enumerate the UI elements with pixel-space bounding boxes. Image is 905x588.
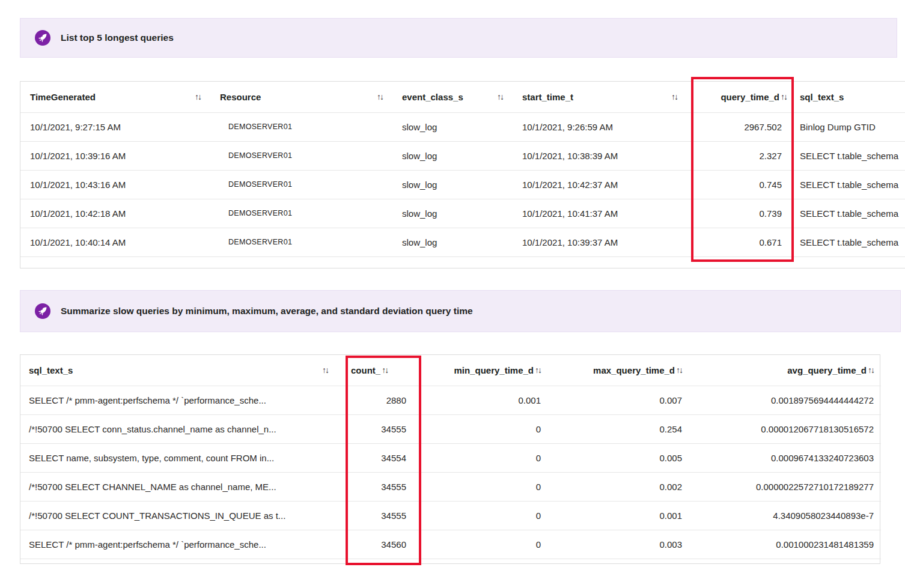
column-header-sql-text[interactable]: sql_text_s↑↓	[20, 355, 346, 386]
column-label: max_query_time_d	[593, 365, 675, 375]
cell-count: 34560	[346, 530, 421, 559]
table-header-row: sql_text_s↑↓ count_↑↓ min_query_time_d↑↓…	[20, 355, 881, 386]
cell-resource: DEMOSERVER01	[210, 199, 392, 228]
cell-min-query-time: 0	[421, 472, 544, 501]
cell-count: 34555	[346, 472, 421, 501]
cell-start-time: 10/1/2021, 10:39:37 AM	[513, 228, 687, 256]
sort-icon[interactable]: ↑↓	[779, 92, 787, 102]
copilot-rocket-icon	[35, 30, 50, 46]
column-label: Resource	[220, 92, 261, 102]
cell-min-query-time: 0.001	[421, 386, 544, 414]
cell-sql-text: SELECT /* pmm-agent:perfschema */ `perfo…	[20, 386, 346, 414]
prompt-card-summarize[interactable]: Summarize slow queries by minimum, maxim…	[20, 290, 901, 332]
table-row[interactable]: 10/1/2021, 10:40:14 AM DEMOSERVER01 slow…	[20, 228, 905, 256]
cell-max-query-time: 0.001	[544, 501, 686, 530]
cell-max-query-time: 0.005	[544, 443, 686, 472]
cell-query-time: 0.671	[687, 228, 790, 256]
cell-resource: DEMOSERVER01	[210, 170, 392, 199]
column-label: start_time_t	[522, 92, 573, 102]
column-label: sql_text_s	[29, 365, 73, 375]
column-label: sql_text_s	[800, 92, 844, 102]
column-header-count[interactable]: count_↑↓	[346, 355, 421, 386]
table-row[interactable]: 10/1/2021, 10:42:18 AM DEMOSERVER01 slow…	[20, 199, 905, 228]
sort-icon[interactable]: ↑↓	[670, 92, 677, 102]
column-label: min_query_time_d	[454, 365, 534, 375]
column-label: avg_query_time_d	[787, 365, 867, 375]
results-page: List top 5 longest queries TimeGenerated…	[0, 0, 905, 588]
column-header-avg-query-time[interactable]: avg_query_time_d↑↓	[686, 355, 881, 386]
column-header-start-time[interactable]: start_time_t↑↓	[513, 82, 687, 112]
table-row[interactable]: /*!50700 SELECT COUNT_TRANSACTIONS_IN_QU…	[20, 501, 881, 530]
sort-icon[interactable]: ↑↓	[496, 92, 503, 102]
table-row[interactable]: 10/1/2021, 9:27:15 AM DEMOSERVER01 slow_…	[20, 112, 905, 141]
column-header-query-time[interactable]: query_time_d↑↓	[687, 82, 790, 112]
cell-timegenerated: 10/1/2021, 10:39:16 AM	[20, 141, 210, 170]
column-header-resource[interactable]: Resource↑↓	[210, 82, 392, 112]
cell-count: 34555	[346, 414, 421, 443]
sort-icon[interactable]: ↑↓	[675, 365, 682, 375]
cell-query-time: 0.745	[687, 170, 790, 199]
slow-query-summary-table: sql_text_s↑↓ count_↑↓ min_query_time_d↑↓…	[20, 354, 880, 564]
cell-sql-text: SELECT /* pmm-agent:perfschema */ `perfo…	[20, 530, 346, 559]
cell-sql-text: SELECT t.table_schema	[790, 170, 905, 199]
cell-timegenerated: 10/1/2021, 10:40:14 AM	[20, 228, 210, 256]
cell-sql-text: SELECT t.table_schema	[790, 141, 905, 170]
sort-icon[interactable]: ↑↓	[321, 365, 328, 375]
column-header-timegenerated[interactable]: TimeGenerated↑↓	[20, 82, 210, 112]
cell-sql-text: Binlog Dump GTID	[790, 112, 905, 141]
column-header-max-query-time[interactable]: max_query_time_d↑↓	[544, 355, 686, 386]
table-row[interactable]: 10/1/2021, 10:39:16 AM DEMOSERVER01 slow…	[20, 141, 905, 170]
table-row[interactable]: SELECT /* pmm-agent:perfschema */ `perfo…	[20, 386, 881, 414]
cell-start-time: 10/1/2021, 10:42:37 AM	[513, 170, 687, 199]
column-label: query_time_d	[721, 92, 779, 102]
cell-resource: DEMOSERVER01	[210, 141, 392, 170]
cell-sql-text: /*!50700 SELECT CHANNEL_NAME as channel_…	[20, 472, 346, 501]
cell-min-query-time: 0	[421, 530, 544, 559]
sort-icon[interactable]: ↑↓	[380, 365, 388, 375]
cell-query-time: 2967.502	[687, 112, 790, 141]
table-header-row: TimeGenerated↑↓ Resource↑↓ event_class_s…	[20, 82, 905, 112]
cell-sql-text: /*!50700 SELECT conn_status.channel_name…	[20, 414, 346, 443]
table-row[interactable]: SELECT /* pmm-agent:perfschema */ `perfo…	[20, 530, 881, 559]
longest-queries-table: TimeGenerated↑↓ Resource↑↓ event_class_s…	[20, 81, 905, 268]
cell-min-query-time: 0	[421, 443, 544, 472]
cell-event-class: slow_log	[392, 199, 513, 228]
cell-avg-query-time: 0.0000022572710172189277	[686, 472, 881, 501]
column-label: event_class_s	[402, 92, 463, 102]
prompt-card-top5[interactable]: List top 5 longest queries	[20, 18, 897, 58]
cell-max-query-time: 0.007	[544, 386, 686, 414]
cell-min-query-time: 0	[421, 501, 544, 530]
column-header-event-class[interactable]: event_class_s↑↓	[392, 82, 513, 112]
cell-max-query-time: 0.003	[544, 530, 686, 559]
table-row[interactable]: /*!50700 SELECT CHANNEL_NAME as channel_…	[20, 472, 881, 501]
cell-count: 34554	[346, 443, 421, 472]
column-header-sql-text[interactable]: sql_text_s	[790, 82, 905, 112]
column-label: TimeGenerated	[30, 92, 96, 102]
cell-avg-query-time: 4.3409058023440893e-7	[686, 501, 881, 530]
cell-event-class: slow_log	[392, 112, 513, 141]
cell-max-query-time: 0.002	[544, 472, 686, 501]
cell-sql-text: /*!50700 SELECT COUNT_TRANSACTIONS_IN_QU…	[20, 501, 346, 530]
table-row[interactable]: /*!50700 SELECT conn_status.channel_name…	[20, 414, 881, 443]
cell-avg-query-time: 0.0009674133240723603	[686, 443, 881, 472]
sort-icon[interactable]: ↑↓	[376, 92, 383, 102]
cell-resource: DEMOSERVER01	[210, 228, 392, 256]
column-header-min-query-time[interactable]: min_query_time_d↑↓	[421, 355, 544, 386]
cell-query-time: 0.739	[687, 199, 790, 228]
cell-start-time: 10/1/2021, 10:38:39 AM	[513, 141, 687, 170]
sort-icon[interactable]: ↑↓	[534, 365, 541, 375]
table-row[interactable]: 10/1/2021, 10:43:16 AM DEMOSERVER01 slow…	[20, 170, 905, 199]
table-row[interactable]: SELECT name, subsystem, type, comment, c…	[20, 443, 881, 472]
sort-icon[interactable]: ↑↓	[867, 365, 874, 375]
cell-timegenerated: 10/1/2021, 10:43:16 AM	[20, 170, 210, 199]
prompt-label: Summarize slow queries by minimum, maxim…	[61, 306, 473, 317]
cell-avg-query-time: 0.000012067718130516572	[686, 414, 881, 443]
cell-count: 34555	[346, 501, 421, 530]
sort-icon[interactable]: ↑↓	[193, 92, 201, 102]
cell-event-class: slow_log	[392, 170, 513, 199]
cell-sql-text: SELECT name, subsystem, type, comment, c…	[20, 443, 346, 472]
cell-timegenerated: 10/1/2021, 10:42:18 AM	[20, 199, 210, 228]
cell-timegenerated: 10/1/2021, 9:27:15 AM	[20, 112, 210, 141]
cell-start-time: 10/1/2021, 9:26:59 AM	[513, 112, 687, 141]
cell-query-time: 2.327	[687, 141, 790, 170]
